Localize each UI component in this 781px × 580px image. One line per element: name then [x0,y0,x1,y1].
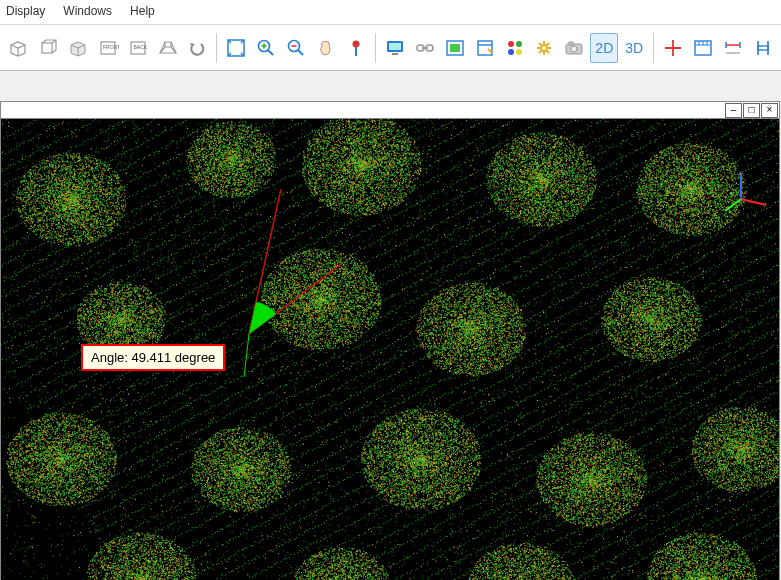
perspective-button[interactable] [154,33,182,63]
ruler-button[interactable] [689,33,717,63]
color-swatch-button[interactable] [501,33,529,63]
menu-help[interactable]: Help [130,4,155,18]
solid-cube-icon [67,37,89,59]
color-swatch-icon [504,37,526,59]
front-view-button[interactable]: FRONT [94,33,122,63]
svg-point-18 [516,41,522,47]
menu-display[interactable]: Display [6,4,45,18]
svg-point-21 [541,45,547,51]
camera-button[interactable] [560,33,588,63]
svg-rect-24 [569,42,573,45]
calipers-icon [752,37,774,59]
panel-titlebar: – □ × [1,102,779,119]
back-view-icon: BACK [127,37,149,59]
svg-point-17 [508,41,514,47]
wire-view-button[interactable] [34,33,62,63]
svg-point-20 [516,49,522,55]
front-view-icon: FRONT [97,37,119,59]
window-button[interactable] [471,33,499,63]
camera-icon [563,37,585,59]
svg-point-8 [353,40,360,47]
toolbar-separator [375,33,376,63]
panel-maximize-button[interactable]: □ [743,103,760,118]
undo-view-button[interactable] [184,33,212,63]
calipers-button[interactable] [749,33,777,63]
fit-view-button[interactable] [222,33,250,63]
main-toolbar: FRONT BACK 2D 3D [0,25,781,71]
svg-text:BACK: BACK [133,44,147,50]
viewport-3d[interactable]: Angle: 49.411 degree [1,119,779,580]
pin-icon [345,37,367,59]
zoom-in-icon [255,37,277,59]
view-2d-button[interactable]: 2D [590,33,618,63]
pin-button[interactable] [342,33,370,63]
svg-point-19 [508,49,514,55]
dimension-icon [722,37,744,59]
svg-rect-0 [42,43,52,53]
svg-rect-26 [758,46,768,50]
svg-text:FRONT: FRONT [103,44,119,50]
settings-button[interactable] [531,33,559,63]
zoom-out-button[interactable] [282,33,310,63]
crosshair-button[interactable] [659,33,687,63]
menu-windows[interactable]: Windows [63,4,112,18]
svg-rect-10 [389,43,401,50]
dimension-button[interactable] [719,33,747,63]
svg-point-23 [571,46,577,52]
pan-button[interactable] [312,33,340,63]
link-icon [414,37,436,59]
window-icon [474,37,496,59]
view-3d-button[interactable]: 3D [620,33,648,63]
gear-icon [533,37,555,59]
screen-button[interactable] [381,33,409,63]
undo-icon [186,37,208,59]
ruler-icon [692,37,714,59]
layer-button[interactable] [441,33,469,63]
svg-rect-16 [478,41,492,55]
back-view-button[interactable]: BACK [124,33,152,63]
link-button[interactable] [411,33,439,63]
wire-cube-icon [37,37,59,59]
screen-icon [384,37,406,59]
viewport-panel: – □ × Angle: 49.411 degree [0,101,780,580]
zoom-in-button[interactable] [252,33,280,63]
zoom-out-icon [285,37,307,59]
toolbar-separator [216,33,217,63]
crosshair-icon [662,37,684,59]
svg-rect-15 [450,44,460,52]
toolbar-separator [653,33,654,63]
iso-cube-icon [7,37,29,59]
pan-icon [315,37,337,59]
panel-close-button[interactable]: × [761,103,778,118]
iso-view-button[interactable] [4,33,32,63]
layer-icon [444,37,466,59]
solid-view-button[interactable] [64,33,92,63]
fit-view-icon [225,37,247,59]
svg-rect-11 [392,53,398,55]
angle-measurement-label: Angle: 49.411 degree [81,344,225,371]
perspective-icon [157,37,179,59]
menubar: Display Windows Help [0,0,781,25]
panel-minimize-button[interactable]: – [725,103,742,118]
